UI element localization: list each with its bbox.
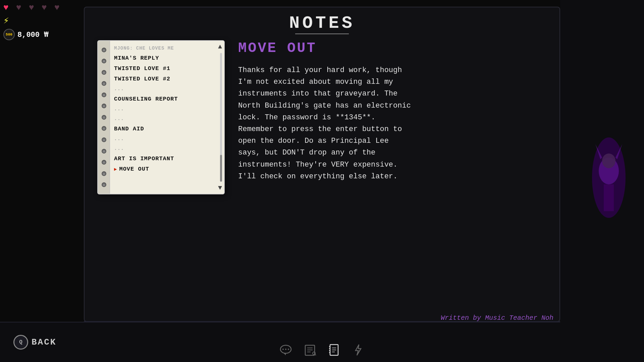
heart-2: ♥	[16, 3, 27, 13]
heart-1: ♥	[3, 3, 14, 13]
note-list: MJONG: CHE LOVES ME MINA'S REPLY TWISTED…	[113, 44, 221, 174]
spiral-hole	[102, 160, 106, 165]
list-item[interactable]: TWISTED LOVE #1	[113, 63, 213, 74]
spiral-hole	[102, 104, 106, 108]
hearts-row: ♥ ♥ ♥ ♥ ♥	[3, 3, 65, 13]
spiral-hole	[102, 126, 106, 131]
heart-5: ♥	[54, 3, 65, 13]
notes-icon[interactable]	[325, 341, 343, 359]
svg-rect-22	[604, 184, 614, 211]
currency-badge: 500	[3, 29, 15, 40]
list-item-selected[interactable]: ▶ MOVE OUT	[113, 164, 213, 174]
list-item[interactable]: ...	[113, 84, 213, 94]
list-item[interactable]: ART IS IMPORTANT	[113, 154, 213, 164]
spiral-holes	[98, 44, 110, 190]
bottom-bar: Q BACK	[0, 322, 644, 362]
heart-4: ♥	[42, 3, 52, 13]
scroll-up-button[interactable]: ▲	[218, 43, 222, 51]
lightning-bottom-icon[interactable]	[350, 341, 367, 359]
note-detail-title: MOVE OUT	[238, 40, 553, 56]
spiral-hole	[102, 48, 106, 52]
back-button-icon: Q	[13, 335, 28, 350]
svg-point-2	[285, 349, 286, 350]
list-item[interactable]: COUNSELING REPORT	[113, 94, 213, 104]
list-item[interactable]: MJONG: CHE LOVES ME	[113, 44, 213, 53]
spiral-hole	[102, 137, 106, 142]
heart-3: ♥	[29, 3, 40, 13]
spiral-hole	[102, 93, 106, 97]
chat-icon[interactable]	[277, 341, 294, 359]
title-underline	[295, 34, 349, 34]
note-detail-panel: MOVE OUT Thanks for all your hard work, …	[238, 40, 553, 328]
currency-row: 500 8,000 ₩	[3, 29, 65, 40]
currency-amount: 8,000 ₩	[17, 30, 48, 39]
spiral-hole	[102, 70, 106, 75]
book-icon[interactable]	[301, 341, 319, 359]
svg-point-23	[602, 154, 615, 168]
list-item[interactable]: ...	[113, 144, 213, 154]
right-decoration	[560, 0, 644, 362]
currency-symbol: ₩	[44, 31, 48, 39]
lightning-hud-icon: ⚡	[3, 15, 65, 26]
list-item[interactable]: ...	[113, 134, 213, 144]
notebook-content: MJONG: CHE LOVES ME MINA'S REPLY TWISTED…	[110, 41, 224, 194]
spiral-hole	[102, 149, 106, 154]
note-detail-body: Thanks for all your hard work, though I'…	[238, 64, 413, 182]
purple-figure-svg	[575, 111, 629, 251]
svg-line-9	[315, 354, 316, 355]
list-item[interactable]: ...	[113, 104, 213, 114]
svg-point-3	[288, 349, 289, 350]
back-button-label: BACK	[32, 337, 56, 347]
page-title: NOTES	[289, 13, 355, 33]
svg-point-1	[282, 349, 284, 350]
notebook: ▲ MJONG: CHE LOVES ME MINA'S REPLY TWIST…	[97, 40, 225, 194]
selected-arrow-icon: ▶	[114, 166, 117, 172]
list-item[interactable]: MINA'S REPLY	[113, 53, 213, 63]
list-item[interactable]: TWISTED LOVE #2	[113, 74, 213, 84]
spiral-hole	[102, 115, 106, 120]
spiral-hole	[102, 171, 106, 176]
spiral-hole	[102, 59, 106, 63]
scroll-down-button[interactable]: ▼	[218, 184, 222, 192]
svg-marker-18	[356, 345, 361, 355]
back-button[interactable]: Q BACK	[13, 335, 56, 350]
note-author: Written by Music Teacher Noh	[441, 314, 553, 322]
hud-topleft: ♥ ♥ ♥ ♥ ♥ ⚡ 500 8,000 ₩	[3, 3, 65, 40]
spiral-hole	[102, 81, 106, 86]
bottom-icons	[277, 341, 367, 359]
currency-value: 8,000	[17, 31, 40, 39]
spiral-hole	[102, 182, 106, 187]
list-item[interactable]: BAND AID	[113, 124, 213, 134]
list-item[interactable]: ...	[113, 114, 213, 124]
